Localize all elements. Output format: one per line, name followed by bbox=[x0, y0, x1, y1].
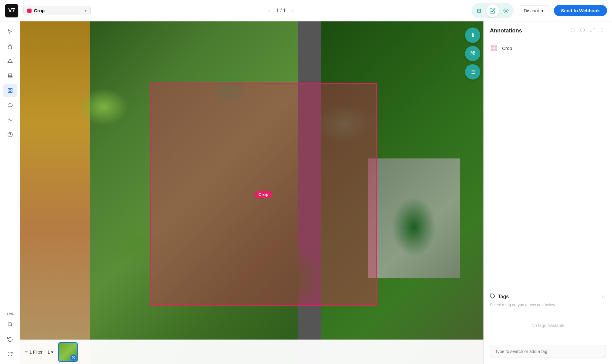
main-layout: 17% C bbox=[0, 21, 612, 364]
edit-tool-button[interactable] bbox=[486, 4, 499, 17]
svg-point-27 bbox=[602, 31, 602, 32]
frame-counter-control: 1 ▾ bbox=[47, 350, 53, 355]
svg-rect-7 bbox=[8, 91, 9, 93]
svg-marker-1 bbox=[8, 44, 12, 49]
no-tags-text: No tags available bbox=[490, 311, 606, 340]
frame-navigation: ‹ 1 / 1 › bbox=[266, 6, 296, 15]
list-tool-button[interactable] bbox=[465, 64, 480, 80]
tags-icon bbox=[490, 293, 495, 300]
discard-button[interactable]: Discard ▾ bbox=[519, 5, 549, 16]
annotation-circle-button[interactable] bbox=[569, 26, 576, 35]
undo-button[interactable] bbox=[3, 332, 17, 346]
polygon-tool-button[interactable] bbox=[3, 54, 17, 68]
svg-line-13 bbox=[11, 325, 12, 326]
svg-point-25 bbox=[602, 28, 602, 29]
dataset-name: Crop bbox=[34, 8, 82, 13]
tag-search-container bbox=[484, 340, 612, 364]
frame-number: 1 bbox=[47, 350, 50, 355]
tags-sort-button[interactable]: ↑↓ bbox=[601, 294, 606, 299]
svg-rect-8 bbox=[10, 91, 12, 93]
annotation-expand-button[interactable] bbox=[589, 26, 596, 35]
prev-frame-button[interactable]: ‹ bbox=[266, 6, 272, 15]
svg-rect-6 bbox=[10, 88, 12, 90]
svg-rect-31 bbox=[495, 49, 497, 51]
search-tool-button[interactable] bbox=[3, 318, 17, 331]
left-sidebar: 17% bbox=[0, 21, 20, 364]
svg-rect-5 bbox=[8, 88, 9, 90]
annotation-more-button[interactable] bbox=[599, 26, 606, 35]
svg-point-12 bbox=[8, 322, 12, 326]
svg-point-0 bbox=[505, 10, 507, 11]
svg-rect-4 bbox=[8, 75, 12, 77]
view-tool-group: ⊞ bbox=[471, 3, 514, 18]
frame-counter: 1 / 1 bbox=[276, 8, 286, 13]
svg-line-22 bbox=[581, 28, 584, 31]
svg-point-26 bbox=[602, 30, 602, 30]
dataset-selector[interactable]: Crop ▾ bbox=[23, 6, 91, 15]
bottom-strip: ≡ 1 Filter 1 ▾ bbox=[20, 340, 483, 364]
stamp-tool-button[interactable] bbox=[3, 69, 17, 83]
buildings-area-bg bbox=[368, 158, 460, 278]
svg-marker-2 bbox=[8, 59, 12, 63]
command-tool-button[interactable]: ⌘ bbox=[465, 46, 480, 61]
share-tool-button[interactable] bbox=[500, 4, 513, 17]
svg-rect-28 bbox=[491, 45, 494, 47]
right-panel: Annotations bbox=[483, 21, 612, 364]
grid-view-button[interactable]: ⊞ bbox=[473, 4, 486, 17]
filter-label: 1 Filter bbox=[29, 350, 43, 355]
svg-rect-29 bbox=[495, 45, 497, 47]
pointer-tool-button[interactable] bbox=[3, 25, 17, 39]
send-to-webhook-button[interactable]: Send to Webhook bbox=[554, 5, 607, 16]
dataset-color-indicator bbox=[27, 9, 32, 13]
canvas-area[interactable]: Crop ℹ ⌘ ≡ 1 Filter bbox=[20, 21, 483, 364]
frame-chevron-icon: ▾ bbox=[51, 350, 53, 355]
svg-point-20 bbox=[571, 28, 575, 32]
next-frame-button[interactable]: › bbox=[289, 6, 296, 15]
redo-button[interactable] bbox=[3, 347, 17, 360]
svg-point-9 bbox=[8, 104, 12, 107]
annotations-actions bbox=[569, 26, 606, 35]
annotation-label: Crop bbox=[255, 191, 272, 198]
svg-line-23 bbox=[593, 28, 594, 30]
header: V7 Crop ▾ ‹ 1 / 1 › ⊞ Discard bbox=[0, 0, 612, 21]
floating-tools: ℹ ⌘ bbox=[465, 28, 480, 80]
annotation-item-crop[interactable]: Crop bbox=[484, 40, 612, 56]
annotations-title: Annotations bbox=[490, 28, 565, 34]
tags-section: Tags ↑↓ Select a tag or type a new one b… bbox=[484, 287, 612, 340]
annotation-item-label: Crop bbox=[502, 46, 512, 51]
filter-icon: ≡ bbox=[25, 350, 28, 355]
thumbnail-edit-badge bbox=[70, 355, 77, 361]
tags-title: Tags bbox=[498, 294, 599, 299]
bounding-box-button[interactable] bbox=[3, 84, 17, 97]
ellipse-tool-button[interactable] bbox=[3, 98, 17, 112]
dataset-chevron-icon: ▾ bbox=[85, 9, 87, 13]
zoom-level: 17% bbox=[6, 312, 13, 316]
annotation-item-icon bbox=[490, 44, 498, 52]
app-logo: V7 bbox=[5, 4, 18, 17]
annotations-header: Annotations bbox=[484, 21, 612, 40]
smart-select-button[interactable] bbox=[3, 40, 17, 53]
svg-rect-30 bbox=[491, 49, 494, 51]
tag-search-input[interactable] bbox=[490, 345, 606, 358]
question-tool-button[interactable] bbox=[3, 128, 17, 141]
image-thumbnail[interactable] bbox=[58, 342, 78, 362]
info-tool-button[interactable]: ℹ bbox=[465, 28, 480, 43]
svg-line-24 bbox=[591, 30, 592, 32]
tags-subtitle: Select a tag or type a new one below bbox=[490, 303, 606, 307]
annotation-disable-button[interactable] bbox=[579, 26, 586, 35]
spline-tool-button[interactable] bbox=[3, 113, 17, 127]
tags-header: Tags ↑↓ bbox=[490, 293, 606, 300]
filter-button[interactable]: ≡ 1 Filter bbox=[25, 350, 43, 355]
annotation-overlay[interactable]: Crop bbox=[150, 83, 377, 306]
